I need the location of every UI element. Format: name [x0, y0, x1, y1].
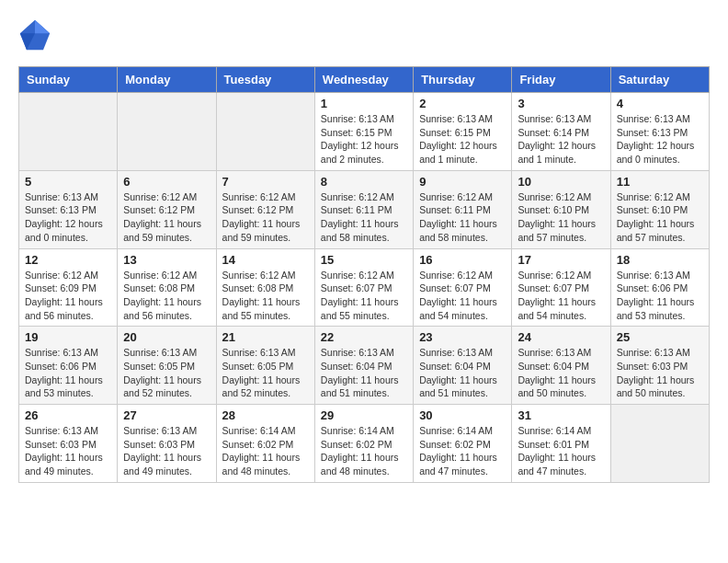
calendar-cell: 22Sunrise: 6:13 AM Sunset: 6:04 PM Dayli… [314, 327, 413, 405]
day-number: 25 [617, 330, 703, 344]
day-info: Sunrise: 6:13 AM Sunset: 6:04 PM Dayligh… [518, 346, 604, 400]
day-info: Sunrise: 6:13 AM Sunset: 6:15 PM Dayligh… [419, 112, 506, 167]
day-number: 21 [222, 330, 309, 344]
day-info: Sunrise: 6:13 AM Sunset: 6:13 PM Dayligh… [25, 190, 111, 245]
calendar-cell: 18Sunrise: 6:13 AM Sunset: 6:06 PM Dayli… [610, 248, 709, 327]
day-info: Sunrise: 6:12 AM Sunset: 6:07 PM Dayligh… [518, 269, 604, 323]
weekday-header-row: SundayMondayTuesdayWednesdayThursdayFrid… [19, 67, 710, 93]
day-number: 1 [321, 97, 407, 110]
logo-icon [18, 18, 51, 52]
calendar-cell: 13Sunrise: 6:12 AM Sunset: 6:08 PM Dayli… [118, 248, 216, 327]
calendar-cell [610, 405, 709, 483]
calendar-cell: 11Sunrise: 6:12 AM Sunset: 6:10 PM Dayli… [610, 170, 709, 248]
day-number: 8 [321, 175, 407, 189]
day-number: 11 [617, 175, 703, 189]
day-info: Sunrise: 6:13 AM Sunset: 6:04 PM Dayligh… [419, 346, 506, 400]
calendar: SundayMondayTuesdayWednesdayThursdayFrid… [18, 66, 710, 483]
calendar-week-4: 19Sunrise: 6:13 AM Sunset: 6:06 PM Dayli… [19, 327, 710, 405]
weekday-header-tuesday: Tuesday [216, 67, 314, 93]
calendar-cell: 29Sunrise: 6:14 AM Sunset: 6:02 PM Dayli… [314, 405, 413, 483]
calendar-cell: 19Sunrise: 6:13 AM Sunset: 6:06 PM Dayli… [19, 327, 118, 405]
day-info: Sunrise: 6:12 AM Sunset: 6:07 PM Dayligh… [419, 269, 506, 323]
day-number: 16 [419, 253, 506, 267]
day-number: 20 [123, 330, 210, 344]
day-number: 26 [25, 408, 111, 422]
day-info: Sunrise: 6:13 AM Sunset: 6:06 PM Dayligh… [617, 269, 703, 323]
day-info: Sunrise: 6:12 AM Sunset: 6:10 PM Dayligh… [518, 190, 604, 245]
calendar-cell: 26Sunrise: 6:13 AM Sunset: 6:03 PM Dayli… [19, 405, 118, 483]
calendar-cell: 12Sunrise: 6:12 AM Sunset: 6:09 PM Dayli… [19, 248, 118, 327]
calendar-cell: 17Sunrise: 6:12 AM Sunset: 6:07 PM Dayli… [512, 248, 610, 327]
calendar-cell: 1Sunrise: 6:13 AM Sunset: 6:15 PM Daylig… [314, 93, 413, 171]
calendar-cell: 9Sunrise: 6:12 AM Sunset: 6:11 PM Daylig… [414, 170, 512, 248]
day-number: 5 [25, 175, 111, 189]
calendar-cell: 28Sunrise: 6:14 AM Sunset: 6:02 PM Dayli… [216, 405, 314, 483]
calendar-cell: 15Sunrise: 6:12 AM Sunset: 6:07 PM Dayli… [314, 248, 413, 327]
calendar-cell: 27Sunrise: 6:13 AM Sunset: 6:03 PM Dayli… [118, 405, 216, 483]
day-info: Sunrise: 6:12 AM Sunset: 6:10 PM Dayligh… [617, 190, 703, 245]
day-info: Sunrise: 6:13 AM Sunset: 6:15 PM Dayligh… [321, 112, 407, 167]
day-info: Sunrise: 6:12 AM Sunset: 6:09 PM Dayligh… [25, 269, 111, 323]
day-info: Sunrise: 6:13 AM Sunset: 6:03 PM Dayligh… [25, 424, 111, 478]
day-info: Sunrise: 6:13 AM Sunset: 6:03 PM Dayligh… [617, 346, 703, 400]
calendar-cell: 8Sunrise: 6:12 AM Sunset: 6:11 PM Daylig… [314, 170, 413, 248]
day-info: Sunrise: 6:12 AM Sunset: 6:08 PM Dayligh… [123, 269, 210, 323]
day-info: Sunrise: 6:12 AM Sunset: 6:11 PM Dayligh… [321, 190, 407, 245]
calendar-cell: 30Sunrise: 6:14 AM Sunset: 6:02 PM Dayli… [414, 405, 512, 483]
day-number: 7 [222, 175, 309, 189]
day-number: 28 [222, 408, 309, 422]
weekday-header-thursday: Thursday [414, 67, 512, 93]
day-info: Sunrise: 6:14 AM Sunset: 6:02 PM Dayligh… [222, 424, 309, 478]
weekday-header-monday: Monday [118, 67, 216, 93]
day-number: 15 [321, 253, 407, 267]
calendar-cell [118, 93, 216, 171]
calendar-cell: 7Sunrise: 6:12 AM Sunset: 6:12 PM Daylig… [216, 170, 314, 248]
calendar-cell: 10Sunrise: 6:12 AM Sunset: 6:10 PM Dayli… [512, 170, 610, 248]
calendar-cell: 3Sunrise: 6:13 AM Sunset: 6:14 PM Daylig… [512, 93, 610, 171]
day-number: 12 [25, 253, 111, 267]
day-number: 14 [222, 253, 309, 267]
calendar-cell: 6Sunrise: 6:12 AM Sunset: 6:12 PM Daylig… [118, 170, 216, 248]
calendar-cell: 14Sunrise: 6:12 AM Sunset: 6:08 PM Dayli… [216, 248, 314, 327]
calendar-cell: 23Sunrise: 6:13 AM Sunset: 6:04 PM Dayli… [414, 327, 512, 405]
logo [18, 18, 57, 52]
calendar-week-3: 12Sunrise: 6:12 AM Sunset: 6:09 PM Dayli… [19, 248, 710, 327]
day-info: Sunrise: 6:12 AM Sunset: 6:08 PM Dayligh… [222, 269, 309, 323]
calendar-cell: 16Sunrise: 6:12 AM Sunset: 6:07 PM Dayli… [414, 248, 512, 327]
day-number: 9 [419, 175, 506, 189]
day-number: 6 [123, 175, 210, 189]
calendar-cell: 24Sunrise: 6:13 AM Sunset: 6:04 PM Dayli… [512, 327, 610, 405]
day-info: Sunrise: 6:14 AM Sunset: 6:02 PM Dayligh… [321, 424, 407, 478]
svg-marker-1 [35, 20, 50, 33]
day-number: 31 [518, 408, 604, 422]
day-info: Sunrise: 6:13 AM Sunset: 6:03 PM Dayligh… [123, 424, 210, 478]
calendar-cell: 25Sunrise: 6:13 AM Sunset: 6:03 PM Dayli… [610, 327, 709, 405]
calendar-cell: 21Sunrise: 6:13 AM Sunset: 6:05 PM Dayli… [216, 327, 314, 405]
day-number: 24 [518, 330, 604, 344]
day-number: 30 [419, 408, 506, 422]
day-number: 2 [419, 97, 506, 110]
day-info: Sunrise: 6:12 AM Sunset: 6:12 PM Dayligh… [222, 190, 309, 245]
day-info: Sunrise: 6:12 AM Sunset: 6:11 PM Dayligh… [419, 190, 506, 245]
day-number: 3 [518, 97, 604, 110]
calendar-week-2: 5Sunrise: 6:13 AM Sunset: 6:13 PM Daylig… [19, 170, 710, 248]
day-info: Sunrise: 6:13 AM Sunset: 6:05 PM Dayligh… [123, 346, 210, 400]
day-info: Sunrise: 6:14 AM Sunset: 6:02 PM Dayligh… [419, 424, 506, 478]
day-number: 29 [321, 408, 407, 422]
day-info: Sunrise: 6:13 AM Sunset: 6:14 PM Dayligh… [518, 112, 604, 167]
weekday-header-sunday: Sunday [19, 67, 118, 93]
calendar-cell: 20Sunrise: 6:13 AM Sunset: 6:05 PM Dayli… [118, 327, 216, 405]
calendar-cell: 5Sunrise: 6:13 AM Sunset: 6:13 PM Daylig… [19, 170, 118, 248]
weekday-header-friday: Friday [512, 67, 610, 93]
calendar-cell [19, 93, 118, 171]
day-info: Sunrise: 6:12 AM Sunset: 6:12 PM Dayligh… [123, 190, 210, 245]
calendar-cell: 31Sunrise: 6:14 AM Sunset: 6:01 PM Dayli… [512, 405, 610, 483]
day-number: 10 [518, 175, 604, 189]
calendar-cell: 2Sunrise: 6:13 AM Sunset: 6:15 PM Daylig… [414, 93, 512, 171]
day-info: Sunrise: 6:13 AM Sunset: 6:13 PM Dayligh… [617, 112, 703, 167]
day-number: 27 [123, 408, 210, 422]
day-info: Sunrise: 6:14 AM Sunset: 6:01 PM Dayligh… [518, 424, 604, 478]
day-number: 13 [123, 253, 210, 267]
page-header [18, 18, 710, 52]
day-info: Sunrise: 6:13 AM Sunset: 6:05 PM Dayligh… [222, 346, 309, 400]
